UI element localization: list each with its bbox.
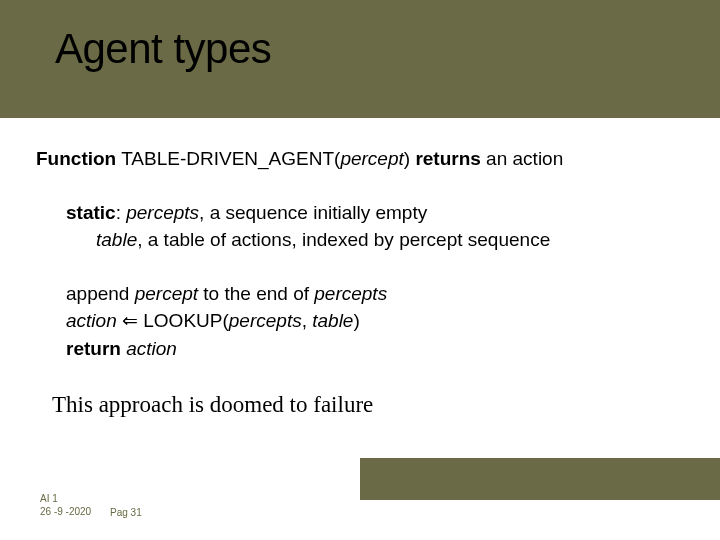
slide-title: Agent types — [55, 25, 271, 73]
fn-name-text: TABLE-DRIVEN_AGENT( — [121, 148, 340, 169]
body-append: append percept to the end of percepts — [66, 280, 684, 308]
append-mid: to the end of — [198, 283, 314, 304]
conclusion-text: This approach is doomed to failure — [52, 388, 684, 421]
returns-tail: an action — [481, 148, 563, 169]
lookup-close: ) — [353, 310, 359, 331]
kw-return: return — [66, 338, 121, 359]
body-return: return action — [66, 335, 684, 363]
static-line1: static: percepts, a sequence initially e… — [66, 199, 684, 227]
body-block: append percept to the end of percepts ac… — [66, 280, 684, 363]
footer-accent-block — [360, 458, 720, 500]
static-block: static: percepts, a sequence initially e… — [66, 199, 684, 254]
footer-page: Pag 31 — [110, 507, 142, 518]
append-pre: append — [66, 283, 135, 304]
lookup-comma: , — [302, 310, 313, 331]
footer-course: AI 1 — [40, 493, 91, 506]
static-colon: : — [116, 202, 127, 223]
lookup-p2: table — [312, 310, 353, 331]
return-val: action — [126, 338, 177, 359]
lookup-arrow: ⇐ LOOKUP( — [117, 310, 229, 331]
lookup-action: action — [66, 310, 117, 331]
slide-content: Function TABLE-DRIVEN_AGENT(percept) ret… — [36, 145, 684, 422]
body-lookup: action ⇐ LOOKUP(percepts, table) — [66, 307, 684, 335]
kw-returns: returns — [415, 148, 480, 169]
append-percept: percept — [135, 283, 198, 304]
static-table-tail: , a table of actions, indexed by percept… — [137, 229, 550, 250]
fn-param: percept — [340, 148, 403, 169]
fn-close: ) — [404, 148, 410, 169]
kw-function: Function — [36, 148, 116, 169]
footer-date: 26 -9 -2020 — [40, 506, 91, 519]
function-signature: Function TABLE-DRIVEN_AGENT(percept) ret… — [36, 145, 684, 173]
static-table: table — [96, 229, 137, 250]
static-percepts-tail: , a sequence initially empty — [199, 202, 427, 223]
footer-meta: AI 1 26 -9 -2020 — [40, 493, 91, 518]
static-percepts: percepts — [126, 202, 199, 223]
append-percepts: percepts — [314, 283, 387, 304]
lookup-p1: percepts — [229, 310, 302, 331]
kw-static: static — [66, 202, 116, 223]
static-line2: table, a table of actions, indexed by pe… — [96, 226, 684, 254]
